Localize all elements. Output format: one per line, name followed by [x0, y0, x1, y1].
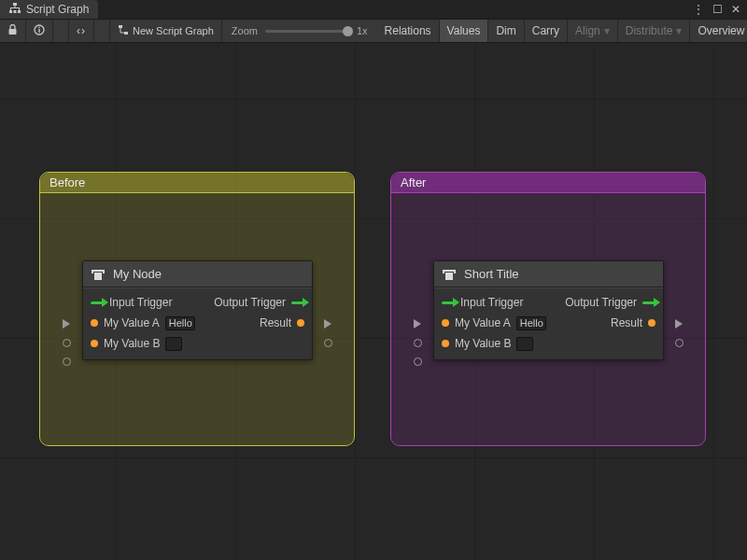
data-port-icon — [442, 340, 449, 347]
data-port-icon — [442, 319, 449, 327]
info-button[interactable] — [26, 20, 53, 42]
lock-button[interactable] — [0, 20, 26, 42]
output-port-result[interactable]: Result — [260, 315, 304, 331]
tab-title: Script Graph — [26, 3, 89, 16]
group-flow-in-port[interactable] — [61, 318, 72, 329]
overview-button[interactable]: Overview — [690, 20, 747, 42]
output-port-result[interactable]: Result — [611, 315, 655, 331]
input-value-a-field[interactable]: Hello — [165, 316, 195, 330]
svg-rect-11 — [38, 26, 39, 27]
svg-rect-6 — [10, 7, 11, 10]
new-graph-button[interactable]: New Script Graph — [110, 20, 222, 42]
dim-button[interactable]: Dim — [488, 20, 524, 42]
zoom-control: Zoom 1x — [222, 20, 377, 42]
svg-rect-19 — [445, 273, 453, 280]
zoom-slider[interactable] — [265, 30, 349, 33]
group-data-in-port[interactable] — [412, 356, 423, 367]
kebab-menu-icon[interactable]: ⋮ — [691, 3, 706, 16]
node-body: Input Trigger My Value A Hello My Value … — [83, 287, 312, 359]
node-body: Input Trigger My Value A Hello My Value … — [434, 287, 663, 359]
values-button[interactable]: Values — [440, 20, 489, 42]
svg-rect-2 — [14, 10, 17, 13]
svg-rect-1 — [9, 10, 12, 13]
lock-icon — [7, 24, 18, 38]
group-flow-out-port[interactable] — [322, 318, 333, 329]
toolbar: ‹› New Script Graph Zoom 1x Relations Va… — [0, 19, 747, 43]
svg-rect-0 — [13, 3, 17, 6]
svg-rect-21 — [454, 270, 456, 273]
group-data-out-port[interactable] — [322, 337, 333, 348]
svg-rect-16 — [92, 270, 93, 273]
svg-rect-5 — [10, 7, 20, 8]
svg-rect-12 — [119, 25, 122, 28]
svg-rect-15 — [94, 273, 102, 280]
group-title-bar[interactable]: Before — [40, 173, 354, 193]
caret-down-icon: ▾ — [676, 24, 682, 37]
align-dropdown[interactable]: Align▾ — [568, 20, 618, 42]
close-icon[interactable]: ✕ — [728, 3, 743, 16]
data-port-icon — [91, 319, 98, 327]
node-title-text: Short Title — [464, 267, 519, 281]
toolbar-label: Dim — [496, 24, 515, 37]
input-value-b-field[interactable] — [165, 337, 182, 351]
zoom-value: 1x — [357, 25, 368, 36]
code-icon: ‹› — [77, 24, 86, 37]
toolbar-label: Align — [575, 24, 600, 37]
group-flow-in-port[interactable] — [412, 318, 423, 329]
group-data-in-port[interactable] — [412, 337, 423, 348]
input-value-a-field[interactable]: Hello — [516, 316, 546, 330]
group-title-bar[interactable]: After — [391, 173, 705, 193]
new-graph-label: New Script Graph — [133, 25, 214, 36]
toolbar-label: Values — [447, 24, 481, 37]
node-type-icon — [442, 267, 457, 282]
svg-rect-13 — [124, 32, 128, 35]
flow-in-icon — [442, 301, 455, 304]
flow-out-icon — [642, 301, 655, 304]
toolbar-label: Overview — [698, 24, 744, 37]
svg-rect-18 — [444, 270, 455, 272]
distribute-dropdown[interactable]: Distribute▾ — [618, 20, 691, 42]
output-port-trigger[interactable]: Output Trigger — [565, 294, 655, 311]
group-data-in-port[interactable] — [61, 356, 72, 367]
zoom-label: Zoom — [232, 25, 258, 36]
svg-rect-3 — [18, 10, 21, 13]
maximize-icon[interactable]: ☐ — [710, 3, 725, 16]
svg-rect-17 — [103, 270, 105, 273]
group-data-out-port[interactable] — [673, 337, 684, 348]
svg-rect-8 — [9, 29, 17, 35]
node-my-node[interactable]: My Node Input Trigger My Value A Hello — [82, 260, 313, 360]
output-port-trigger[interactable]: Output Trigger — [214, 294, 304, 311]
graph-icon — [9, 3, 21, 17]
toolbar-label: Relations — [385, 24, 431, 37]
graph-canvas[interactable]: Before My Node Input Trigger — [0, 43, 747, 560]
group-before[interactable]: Before My Node Input Trigger — [39, 172, 355, 446]
node-type-icon — [91, 267, 106, 282]
data-port-icon — [297, 319, 304, 327]
svg-rect-14 — [92, 270, 104, 272]
toolbar-label: Distribute — [626, 24, 673, 37]
window-tab-bar: Script Graph ⋮ ☐ ✕ — [0, 0, 747, 19]
group-after[interactable]: After Short Title Input Trigger — [390, 172, 706, 446]
input-port-value-b[interactable]: My Value B — [91, 335, 304, 352]
tab-script-graph[interactable]: Script Graph — [0, 0, 98, 19]
data-port-icon — [91, 340, 98, 347]
flow-in-icon — [91, 301, 104, 304]
svg-rect-10 — [38, 29, 39, 33]
node-short-title[interactable]: Short Title Input Trigger My Value A Hel… — [433, 260, 664, 360]
svg-rect-20 — [443, 270, 444, 273]
relations-button[interactable]: Relations — [377, 20, 440, 42]
caret-down-icon: ▾ — [604, 24, 610, 37]
input-value-b-field[interactable] — [516, 337, 533, 351]
flow-out-icon — [291, 301, 304, 304]
node-header[interactable]: Short Title — [434, 261, 663, 287]
carry-button[interactable]: Carry — [525, 20, 568, 42]
node-title-text: My Node — [113, 267, 162, 281]
code-button[interactable]: ‹› — [69, 20, 94, 42]
script-graph-icon — [118, 24, 129, 38]
group-data-in-port[interactable] — [61, 337, 72, 348]
group-flow-out-port[interactable] — [673, 318, 684, 329]
input-port-value-b[interactable]: My Value B — [442, 335, 655, 352]
group-title: Before — [49, 175, 85, 189]
node-header[interactable]: My Node — [83, 261, 312, 287]
toolbar-label: Carry — [532, 24, 559, 37]
